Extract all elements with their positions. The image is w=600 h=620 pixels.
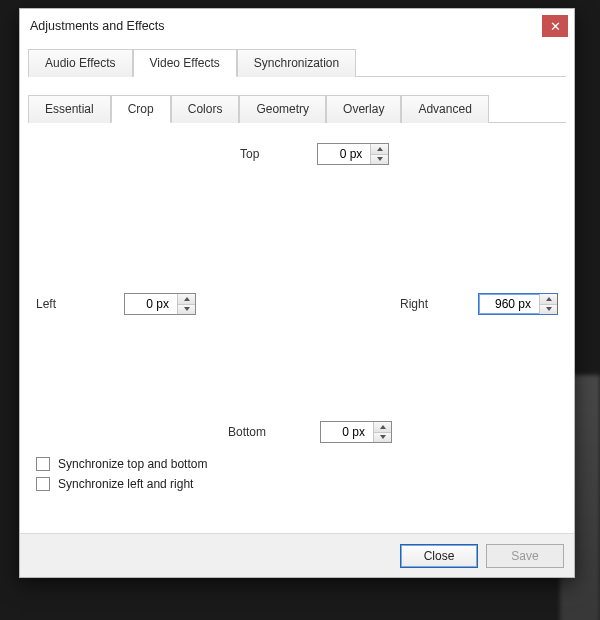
video-effects-subtabs: Essential Crop Colors Geometry Overlay A… xyxy=(20,77,574,123)
chevron-up-icon xyxy=(184,297,190,301)
chevron-down-icon xyxy=(377,157,383,161)
dialog-title: Adjustments and Effects xyxy=(30,19,165,33)
crop-top-spin[interactable] xyxy=(317,143,389,165)
crop-top-group: Top xyxy=(240,143,389,165)
sync-top-bottom-checkbox[interactable] xyxy=(36,457,50,471)
crop-left-label: Left xyxy=(36,297,56,311)
crop-right-label: Right xyxy=(400,297,428,311)
window-close-button[interactable]: ✕ xyxy=(542,15,568,37)
titlebar: Adjustments and Effects ✕ xyxy=(20,9,574,43)
crop-left-down[interactable] xyxy=(178,304,195,315)
crop-left-group: Left xyxy=(36,293,196,315)
crop-top-down[interactable] xyxy=(371,154,388,165)
close-icon: ✕ xyxy=(550,20,561,33)
crop-top-input[interactable] xyxy=(318,144,370,164)
crop-bottom-group: Bottom xyxy=(228,421,392,443)
chevron-down-icon xyxy=(546,307,552,311)
chevron-down-icon xyxy=(380,435,386,439)
crop-bottom-up[interactable] xyxy=(374,422,391,432)
chevron-up-icon xyxy=(380,425,386,429)
crop-top-up[interactable] xyxy=(371,144,388,154)
subtab-essential[interactable]: Essential xyxy=(28,95,111,123)
subtab-geometry[interactable]: Geometry xyxy=(239,95,326,123)
tab-video-effects[interactable]: Video Effects xyxy=(133,49,237,77)
crop-top-label: Top xyxy=(240,147,259,161)
crop-sync-options: Synchronize top and bottom Synchronize l… xyxy=(30,453,564,499)
tab-synchronization[interactable]: Synchronization xyxy=(237,49,356,77)
main-tabstrip: Audio Effects Video Effects Synchronizat… xyxy=(20,43,574,77)
crop-right-spin[interactable] xyxy=(478,293,558,315)
subtab-advanced[interactable]: Advanced xyxy=(401,95,488,123)
crop-right-group: Right xyxy=(400,293,558,315)
crop-bottom-spin[interactable] xyxy=(320,421,392,443)
crop-right-input[interactable] xyxy=(479,294,539,314)
sync-top-bottom-label: Synchronize top and bottom xyxy=(58,457,207,471)
chevron-up-icon xyxy=(546,297,552,301)
adjustments-effects-dialog: Adjustments and Effects ✕ Audio Effects … xyxy=(19,8,575,578)
save-button: Save xyxy=(486,544,564,568)
crop-panel: Top Left xyxy=(30,123,564,523)
subtab-colors[interactable]: Colors xyxy=(171,95,240,123)
crop-bottom-down[interactable] xyxy=(374,432,391,443)
sync-left-right-label: Synchronize left and right xyxy=(58,477,193,491)
subtab-overlay[interactable]: Overlay xyxy=(326,95,401,123)
sync-left-right-row[interactable]: Synchronize left and right xyxy=(36,477,558,491)
crop-right-down[interactable] xyxy=(540,304,557,315)
tab-audio-effects[interactable]: Audio Effects xyxy=(28,49,133,77)
chevron-down-icon xyxy=(184,307,190,311)
crop-bottom-label: Bottom xyxy=(228,425,266,439)
crop-left-input[interactable] xyxy=(125,294,177,314)
crop-left-spin[interactable] xyxy=(124,293,196,315)
crop-right-up[interactable] xyxy=(540,294,557,304)
crop-left-up[interactable] xyxy=(178,294,195,304)
crop-bottom-input[interactable] xyxy=(321,422,373,442)
sync-left-right-checkbox[interactable] xyxy=(36,477,50,491)
chevron-up-icon xyxy=(377,147,383,151)
action-bar: Close Save xyxy=(20,533,574,577)
sync-top-bottom-row[interactable]: Synchronize top and bottom xyxy=(36,457,558,471)
subtab-crop[interactable]: Crop xyxy=(111,95,171,123)
close-button[interactable]: Close xyxy=(400,544,478,568)
